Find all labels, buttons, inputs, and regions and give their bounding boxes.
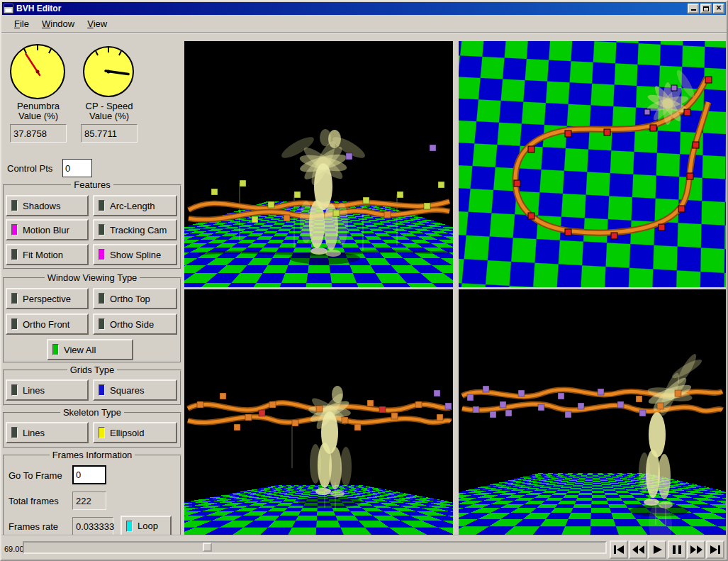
- penumbra-value: 37.8758: [10, 124, 67, 143]
- skip-end-button[interactable]: [706, 540, 724, 559]
- grid-lines-light: [11, 384, 18, 396]
- control-panel: Penumbra Value (%) CP - Speed Value (%) …: [1, 33, 184, 538]
- shadows-light: [11, 200, 18, 211]
- control-pts-input[interactable]: [62, 159, 92, 177]
- skeleton-figure: [639, 352, 704, 509]
- pause-button[interactable]: [668, 540, 686, 559]
- grid-squares-light: [99, 384, 105, 396]
- show-spline-light: [99, 249, 105, 260]
- shadows-toggle[interactable]: Shadows: [6, 195, 89, 216]
- fit-motion-label: Fit Motion: [23, 250, 63, 260]
- app-icon: [4, 4, 13, 13]
- viewport-perspective[interactable]: [184, 41, 453, 287]
- view-all-light: [52, 344, 59, 355]
- shadows-label: Shadows: [23, 201, 60, 211]
- goto-frame-label: Go To Frame: [9, 470, 62, 481]
- fit-motion-toggle[interactable]: Fit Motion: [6, 244, 89, 265]
- ortho-front-label: Ortho Front: [23, 319, 69, 330]
- motion-blur-label: Motion Blur: [23, 225, 69, 235]
- skeleton-figure: [646, 68, 697, 125]
- close-button[interactable]: ×: [713, 4, 724, 13]
- frames-rate-value: 0.033333: [72, 517, 113, 535]
- cp-speed-unit-label: Value (%): [75, 111, 143, 121]
- ortho-front-light: [11, 318, 18, 330]
- skip-end-icon: [709, 545, 722, 555]
- ortho-top-light: [99, 293, 105, 304]
- total-frames-value: 222: [72, 491, 106, 510]
- cp-speed-dial[interactable]: [82, 45, 135, 99]
- minimize-icon: [691, 9, 696, 11]
- total-frames-label: Total frames: [9, 496, 59, 506]
- fast-forward-icon: [690, 545, 702, 555]
- perspective-light: [11, 293, 18, 304]
- timeline-slider-thumb[interactable]: [203, 543, 212, 552]
- goto-frame-input[interactable]: [72, 465, 106, 484]
- view-all-label: View All: [64, 345, 96, 355]
- ortho-front-toggle[interactable]: Ortho Front: [6, 313, 89, 335]
- loop-light: [126, 521, 133, 532]
- skeleton-title: Skeleton Type: [60, 407, 124, 418]
- motion-blur-toggle[interactable]: Motion Blur: [6, 219, 89, 240]
- arc-length-light: [99, 200, 105, 211]
- penumbra-unit-label: Value (%): [4, 111, 72, 121]
- grid-lines-label: Lines: [23, 385, 45, 396]
- minimize-button[interactable]: [688, 4, 699, 13]
- timeline-slider[interactable]: [23, 541, 607, 554]
- fit-motion-light: [11, 249, 18, 260]
- features-title: Features: [71, 179, 113, 190]
- menu-window[interactable]: Window: [35, 16, 81, 31]
- tracking-cam-toggle[interactable]: Tracking Cam: [93, 219, 177, 240]
- viewport-ortho-front[interactable]: [184, 289, 453, 535]
- ortho-side-light: [99, 318, 105, 330]
- control-pts-label: Control Pts: [7, 163, 52, 174]
- view-all-toggle[interactable]: View All: [47, 339, 133, 360]
- grid-squares-label: Squares: [110, 385, 144, 396]
- penumbra-label: Penumbra: [4, 101, 72, 111]
- perspective-label: Perspective: [23, 294, 71, 304]
- motion-blur-light: [11, 224, 18, 235]
- skeleton-figure: [279, 129, 367, 257]
- menubar: File Window View: [2, 15, 726, 32]
- skip-start-icon: [612, 545, 625, 555]
- grid-lines-toggle[interactable]: Lines: [6, 379, 89, 401]
- viewport-ortho-top[interactable]: [459, 41, 726, 287]
- titlebar[interactable]: BVH Editor ×: [2, 2, 726, 15]
- ortho-top-toggle[interactable]: Ortho Top: [93, 288, 177, 309]
- tracking-cam-light: [99, 224, 105, 235]
- pause-icon: [671, 545, 683, 555]
- scene-perspective: [184, 41, 453, 287]
- window-title: BVH Editor: [16, 4, 686, 13]
- menu-view[interactable]: View: [81, 16, 113, 31]
- grids-title: Grids Type: [67, 365, 118, 375]
- scene-ortho-side: [459, 289, 726, 535]
- skeleton-figure: [308, 386, 352, 497]
- loop-toggle[interactable]: Loop: [121, 516, 172, 536]
- ortho-side-toggle[interactable]: Ortho Side: [93, 313, 177, 335]
- maximize-button[interactable]: [700, 4, 712, 13]
- scene-ortho-top: [459, 41, 726, 287]
- ellipsoid-toggle[interactable]: Ellipsoid: [93, 422, 177, 443]
- grid-squares-toggle[interactable]: Squares: [93, 379, 177, 401]
- skip-start-button[interactable]: [610, 540, 628, 559]
- ellipsoid-label: Ellipsoid: [110, 428, 144, 438]
- penumbra-dial[interactable]: [9, 43, 67, 101]
- rewind-button[interactable]: [629, 540, 647, 559]
- timeline-value: 69.00: [4, 545, 24, 553]
- menu-file[interactable]: File: [8, 16, 35, 31]
- fast-forward-button[interactable]: [687, 540, 705, 559]
- perspective-toggle[interactable]: Perspective: [6, 288, 89, 309]
- timeline-bar: 69.00: [1, 536, 727, 560]
- show-spline-toggle[interactable]: Show Spline: [93, 244, 177, 265]
- rewind-icon: [632, 545, 644, 555]
- ortho-side-label: Ortho Side: [110, 319, 154, 330]
- frames-title: Frames Information: [50, 450, 135, 460]
- skeleton-lines-light: [11, 427, 18, 438]
- maximize-icon: [703, 6, 709, 11]
- cp-speed-value: 85.7711: [81, 124, 138, 143]
- viewport-ortho-side[interactable]: [459, 289, 726, 535]
- arc-length-toggle[interactable]: Arc-Length: [93, 195, 177, 216]
- skeleton-lines-toggle[interactable]: Lines: [6, 422, 89, 443]
- play-button[interactable]: [648, 540, 666, 559]
- show-spline-label: Show Spline: [110, 250, 161, 260]
- arc-length-label: Arc-Length: [110, 201, 155, 211]
